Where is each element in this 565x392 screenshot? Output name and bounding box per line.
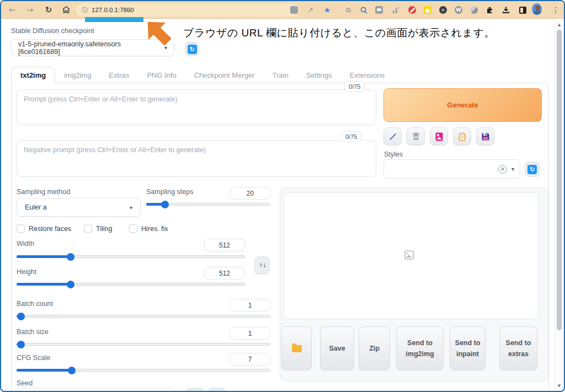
extensions-puzzle-icon[interactable] xyxy=(484,5,494,15)
line-app-icon[interactable] xyxy=(374,5,384,15)
scroll-up-icon[interactable]: ▲ xyxy=(555,23,563,27)
random-seed-button[interactable] xyxy=(186,388,204,392)
styles-refresh-button[interactable]: ↻ xyxy=(525,162,540,177)
refresh-icon: ↻ xyxy=(527,165,537,174)
sampling-steps-slider[interactable] xyxy=(146,203,270,206)
url-text: 127.0.0.1:7860 xyxy=(92,7,134,13)
tiling-label: Tiling xyxy=(96,225,112,233)
overflow-menu-icon[interactable]: ⋮ xyxy=(551,5,561,15)
save-button[interactable]: Save xyxy=(320,326,354,370)
read-params-button[interactable] xyxy=(383,127,402,146)
slider-knob[interactable] xyxy=(68,367,76,374)
restore-faces-option: Restore faces xyxy=(17,224,71,233)
hires-fix-checkbox[interactable] xyxy=(129,224,137,233)
tab-train[interactable]: Train xyxy=(264,67,297,83)
tiling-checkbox[interactable] xyxy=(84,224,92,233)
styles-label: Styles xyxy=(384,151,403,158)
batch-count-slider[interactable] xyxy=(17,315,270,318)
slider-knob[interactable] xyxy=(161,201,169,208)
chevron-down-icon: ▾ xyxy=(130,205,132,211)
tab-txt2img[interactable]: txt2img xyxy=(11,67,55,83)
tab-checkpoint-merger[interactable]: Checkpoint Merger xyxy=(185,67,264,83)
apply-style-button[interactable] xyxy=(453,127,471,146)
dark-grid-icon[interactable]: ✳ xyxy=(438,5,448,15)
slider-knob[interactable] xyxy=(67,281,74,288)
forward-icon[interactable]: → xyxy=(23,3,36,17)
folder-icon xyxy=(292,345,302,352)
send-to-inpaint-button[interactable]: Send to inpaint xyxy=(450,326,486,370)
browser-toolbar: ← → ↻ ⓘ 127.0.0.1:7860 ↗ ★ ♻ ✳ W xyxy=(1,1,564,19)
refresh-icon: ↻ xyxy=(188,45,197,54)
back-icon[interactable]: ← xyxy=(6,3,19,17)
send-to-extras-button[interactable]: Send to extras xyxy=(499,326,537,370)
download-icon[interactable] xyxy=(501,5,511,15)
sampling-steps-input[interactable]: 20 xyxy=(230,187,270,200)
tab-png-info[interactable]: PNG Info xyxy=(138,67,185,83)
annotation-text: ブラウザの URL 欄に貼り付けると、この画面が表示されます。 xyxy=(183,26,495,40)
checkpoint-refresh-button[interactable]: ↻ xyxy=(185,42,199,56)
batch-size-input[interactable]: 1 xyxy=(230,327,270,340)
generate-button[interactable]: Generate xyxy=(383,88,542,122)
palette-circle-icon[interactable] xyxy=(469,5,479,15)
tab-extensions[interactable]: Extensions xyxy=(341,67,394,83)
negative-prompt-input[interactable] xyxy=(17,140,376,177)
width-slider[interactable] xyxy=(17,255,245,258)
trend-arrows-icon[interactable] xyxy=(391,5,401,15)
translate-icon[interactable] xyxy=(289,5,299,15)
page-scrollbar[interactable]: ▲ ▼ xyxy=(555,20,563,391)
height-slider[interactable] xyxy=(17,283,245,286)
browser-window: ← → ↻ ⓘ 127.0.0.1:7860 ↗ ★ ♻ ✳ W xyxy=(0,0,565,392)
rabbit-extension-icon[interactable] xyxy=(423,5,433,15)
reuse-seed-button[interactable] xyxy=(208,388,226,392)
restore-faces-checkbox[interactable] xyxy=(17,224,25,233)
sampling-method-label: Sampling method xyxy=(17,188,70,196)
scrollbar-thumb[interactable] xyxy=(557,30,562,330)
card-image-icon xyxy=(435,132,443,141)
batch-count-input[interactable]: 1 xyxy=(230,299,270,312)
search-icon[interactable] xyxy=(359,5,369,15)
seed-label: Seed xyxy=(17,379,33,387)
swap-dimensions-button[interactable]: ↑↓ xyxy=(254,256,270,275)
cfg-scale-input[interactable]: 7 xyxy=(230,353,270,366)
batch-size-slider[interactable] xyxy=(17,343,270,346)
slider-knob[interactable] xyxy=(67,253,74,261)
bookmark-star-icon[interactable]: ★ xyxy=(322,5,332,15)
clear-prompt-button[interactable] xyxy=(407,127,425,146)
tab-settings[interactable]: Settings xyxy=(297,67,341,83)
zip-button[interactable]: Zip xyxy=(359,326,390,370)
width-input[interactable]: 512 xyxy=(204,239,245,251)
batch-size-label: Batch size xyxy=(17,328,49,336)
batch-count-label: Batch count xyxy=(17,300,53,308)
scroll-down-icon[interactable]: ▼ xyxy=(555,384,563,388)
clear-styles-icon[interactable]: × xyxy=(498,165,507,174)
height-input[interactable]: 512 xyxy=(204,267,245,280)
blocker-icon[interactable] xyxy=(407,5,417,15)
seed-input[interactable] xyxy=(17,388,175,392)
tab-img2img[interactable]: img2img xyxy=(55,67,100,83)
url-bar[interactable]: ⓘ 127.0.0.1:7860 xyxy=(76,3,299,17)
reload-icon[interactable]: ↻ xyxy=(42,3,55,17)
open-folder-button[interactable] xyxy=(281,326,312,370)
send-to-img2img-button[interactable]: Send to img2img xyxy=(396,326,444,370)
cfg-scale-slider[interactable] xyxy=(17,369,270,372)
save-style-button[interactable] xyxy=(476,127,494,146)
floppy-disk-icon xyxy=(482,133,489,141)
share-icon[interactable]: ↗ xyxy=(306,5,316,15)
extra-networks-button[interactable] xyxy=(430,127,448,146)
wordpress-icon[interactable]: W xyxy=(454,5,463,15)
height-label: Height xyxy=(17,268,36,276)
checkpoint-value: v1-5-pruned-emaonly.safetensors [6ce0161… xyxy=(18,40,164,56)
sidebar-icon[interactable] xyxy=(518,5,527,15)
tiling-option: Tiling xyxy=(84,224,112,233)
tab-extras[interactable]: Extras xyxy=(100,67,138,83)
styles-select[interactable]: × ▾ xyxy=(383,159,520,179)
chevron-down-icon: ▾ xyxy=(511,166,514,172)
home-icon[interactable] xyxy=(60,3,73,17)
recycle-icon[interactable]: ♻ xyxy=(343,5,353,15)
profile-avatar[interactable] xyxy=(532,4,542,14)
prompt-input[interactable] xyxy=(17,89,376,125)
slider-knob[interactable] xyxy=(17,341,25,348)
site-info-icon[interactable]: ⓘ xyxy=(82,6,88,14)
sampling-method-select[interactable]: Euler a ▾ xyxy=(17,198,141,217)
slider-knob[interactable] xyxy=(17,313,25,320)
